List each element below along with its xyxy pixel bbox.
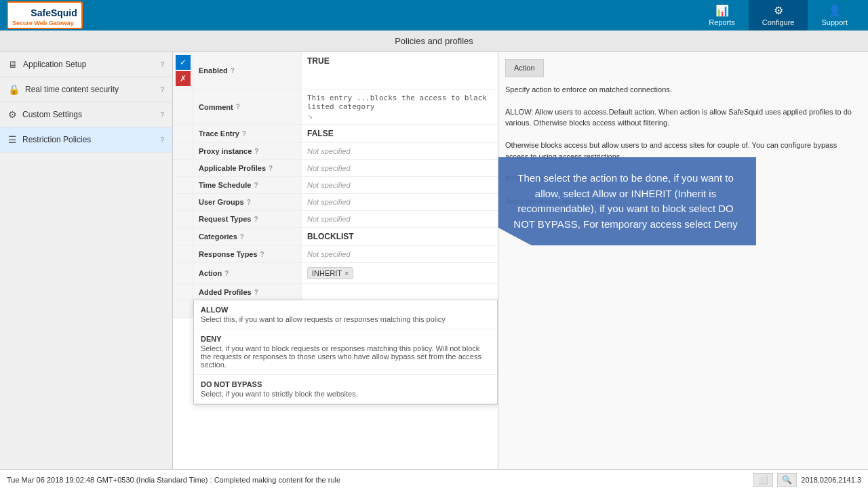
custom-settings-help: ? [160,111,164,119]
configure-nav-button[interactable]: ⚙ Configure [749,0,808,30]
nav-buttons: 📊 Reports ⚙ Configure 👤 Support [695,0,861,30]
response-types-spacer [173,246,193,262]
real-time-icon: 🔒 [8,84,20,95]
action-value[interactable]: INHERIT × [302,263,498,283]
enabled-row-inner: Enabled ? TRUE [193,52,498,89]
time-schedule-value-text: Not specified [307,181,351,189]
sidebar-item-real-time-content[interactable]: 🔒 Real time content security ? [0,77,172,102]
inherit-tag-text: INHERIT [312,269,342,277]
real-time-help: ? [160,86,164,94]
action-spacer [173,263,193,283]
row-buttons-enabled: ✓ ✗ [173,52,193,89]
reports-nav-button[interactable]: 📊 Reports [695,0,749,30]
user-groups-label: User Groups ? [193,194,302,210]
status-icon-btn-1[interactable]: ⬜ [753,473,773,487]
inherit-tag[interactable]: INHERIT × [307,267,353,279]
restriction-policies-help: ? [160,136,164,144]
do-not-bypass-title: DO NOT BYPASS [201,380,490,388]
trace-entry-inner: Trace Entry ? FALSE [193,125,498,142]
logo-tagline: Secure Web Gateway [12,20,77,26]
info-text-allow: ALLOW: Allow users to access.Default act… [505,106,861,129]
logo-name: SafeSquid [31,7,77,18]
applicable-profiles-label: Applicable Profiles ? [193,160,302,176]
categories-inner: Categories ? BLOCKLIST [193,228,498,245]
removed-profiles-spacer [173,301,193,317]
application-setup-help: ? [160,61,164,68]
applicable-profiles-value: Not specified [302,160,498,176]
enabled-value-text: TRUE [307,56,330,66]
action-label: Action ? [193,263,302,283]
applicable-inner: Applicable Profiles ? Not specified [193,160,498,176]
categories-row: Categories ? BLOCKLIST [173,228,498,246]
request-types-inner: Request Types ? Not specified [193,211,498,227]
sidebar-item-application-setup[interactable]: 🖥 Application Setup ? [0,52,172,77]
user-groups-inner: User Groups ? Not specified [193,194,498,210]
sidebar-item-custom-settings[interactable]: ⚙ Custom Settings ? [0,102,172,127]
enabled-row: ✓ ✗ Enabled ? TRUE [173,52,498,89]
logo-box: 🛡 SafeSquid Secure Web Gateway [7,1,83,29]
configure-label: Configure [762,18,795,26]
response-types-value-text: Not specified [307,250,351,258]
content-area: ✓ ✗ Enabled ? TRUE C [173,52,868,469]
trace-entry-spacer [173,125,193,142]
time-schedule-label: Time Schedule ? [193,177,302,193]
request-types-value: Not specified [302,211,498,227]
allow-option[interactable]: ALLOW Select this, if you want to allow … [194,300,497,329]
time-schedule-help-icon: ? [254,182,258,189]
user-groups-value: Not specified [302,194,498,210]
applicable-profiles-value-text: Not specified [307,164,351,172]
response-types-value: Not specified [302,246,498,262]
user-groups-value-text: Not specified [307,198,351,206]
version-text: 2018.0206.2141.3 [801,476,861,484]
inherit-tag-remove[interactable]: × [344,269,349,277]
status-right: ⬜ 🔍 2018.0206.2141.3 [753,473,861,487]
action-row: Action ? INHERIT × [173,263,498,284]
proxy-instance-row: Proxy instance ? Not specified [173,143,498,160]
categories-spacer [173,228,193,245]
trace-entry-row: Trace Entry ? FALSE [173,125,498,143]
comment-help-icon: ? [236,103,240,110]
textarea-resize: ↘ [307,113,313,120]
logo-shield-icon: 🛡 [12,4,26,19]
deny-option-desc: Select, if you want to block requests or… [201,344,490,369]
request-types-label: Request Types ? [193,211,302,227]
status-icon-btn-2[interactable]: 🔍 [777,473,797,487]
time-schedule-value: Not specified [302,177,498,193]
reports-icon: 📊 [715,4,729,17]
top-navigation: 🛡 SafeSquid Secure Web Gateway 📊 Reports… [0,0,868,30]
enabled-help-icon: ? [231,67,235,75]
proxy-instance-value: Not specified [302,143,498,159]
added-profiles-help-icon: ? [254,289,258,296]
application-setup-icon: 🖥 [8,59,18,70]
support-label: Support [821,18,848,26]
proxy-instance-value-text: Not specified [307,147,351,155]
enabled-check-button[interactable]: ✓ [176,55,191,70]
enabled-x-button[interactable]: ✗ [176,71,191,86]
response-types-help-icon: ? [260,251,264,258]
policy-form: ✓ ✗ Enabled ? TRUE C [173,52,498,469]
trace-entry-value-text: FALSE [307,129,334,138]
added-profiles-value [302,284,498,300]
tooltip-box: Then select the action to be done, if yo… [498,157,756,245]
deny-option[interactable]: DENY Select, if you want to block reques… [194,329,497,375]
request-types-value-text: Not specified [307,215,351,223]
action-help-icon: ? [224,270,229,277]
enabled-label: Enabled ? [193,52,302,89]
page-title: Policies and profiles [395,36,473,46]
action-inner: Action ? INHERIT × [193,263,498,283]
comment-textarea[interactable]: This entry ...blocks the access to black… [307,94,492,111]
response-types-label: Response Types ? [193,246,302,262]
response-types-row: Response Types ? Not specified [173,246,498,263]
allow-option-desc: Select this, if you want to allow reques… [201,315,490,323]
support-nav-button[interactable]: 👤 Support [808,0,861,30]
sidebar-item-restriction-policies[interactable]: ☰ Restriction Policies ? [0,127,172,152]
request-types-spacer [173,211,193,227]
configure-icon: ⚙ [774,4,783,17]
categories-value: BLOCKLIST [302,228,498,245]
action-dropdown: ALLOW Select this, if you want to allow … [193,300,498,405]
request-types-help-icon: ? [254,216,258,223]
do-not-bypass-option[interactable]: DO NOT BYPASS Select, if you want to str… [194,375,497,404]
applicable-spacer [173,160,193,176]
time-spacer [173,177,193,193]
status-bar: Tue Mar 06 2018 19:02:48 GMT+0530 (India… [0,469,868,488]
